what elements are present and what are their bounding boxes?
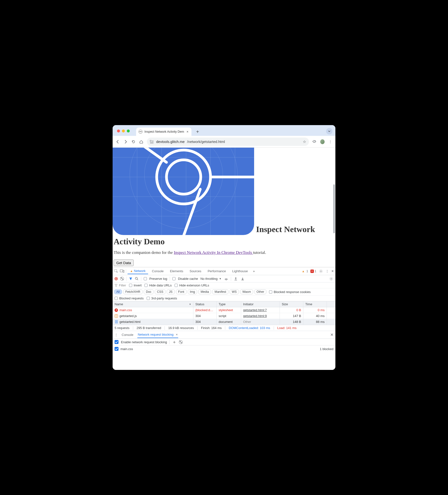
profile-avatar[interactable] [320,139,325,144]
chip-font[interactable]: Font [176,289,187,294]
blocked-pattern-row[interactable]: main.css 1 blocked [113,345,335,352]
stat-transferred: 295 B transferred [136,326,161,330]
col-size[interactable]: Size [280,301,303,307]
close-drawer-button[interactable]: ✕ [330,332,333,337]
panel-tab-sources[interactable]: Sources [187,268,204,274]
chip-media[interactable]: Media [198,289,211,294]
get-data-button[interactable]: Get Data [114,260,134,266]
search-button[interactable] [135,277,138,281]
blocked-cookies-checkbox[interactable] [269,290,272,293]
drawer-tab-request-blocking[interactable]: Network request blocking × [137,331,178,338]
panel-tab-console[interactable]: Console [149,268,166,274]
close-tab-button[interactable]: × [186,130,189,134]
desc-suffix: tutorial. [253,250,266,255]
warning-icon: ▲ [130,269,133,273]
new-tab-button[interactable]: + [194,128,201,135]
hide-extension-urls-checkbox[interactable] [175,284,178,287]
col-status[interactable]: Status [193,301,217,307]
chip-doc[interactable]: Doc [144,289,153,294]
reload-button[interactable] [131,139,136,144]
filter-toggle-button[interactable] [129,277,133,281]
scrollbar-thumb[interactable] [333,184,335,233]
inspect-element-button[interactable] [114,269,119,274]
network-conditions-button[interactable] [224,277,228,281]
throttling-dropdown[interactable]: No throttling▼ [201,277,222,281]
panel-tab-elements[interactable]: Elements [167,268,186,274]
chip-fetchxhr[interactable]: Fetch/XHR [123,289,142,294]
chip-css[interactable]: CSS [155,289,165,294]
browser-tab[interactable]: Inspect Network Activity Dem × [136,127,191,136]
globe-icon [138,130,142,134]
device-toolbar-button[interactable] [120,269,124,274]
network-status-bar: 5 requests 295 B transferred 16.9 kB res… [113,325,335,331]
disable-cache-checkbox[interactable] [172,277,176,280]
chrome-menu-button[interactable]: ⋮ [328,139,332,144]
svg-point-22 [135,277,137,280]
close-devtools-button[interactable]: ✕ [331,269,334,273]
settings-button[interactable] [319,269,323,274]
address-bar[interactable]: devtools.glitch.me/network/getstarted.ht… [147,138,309,146]
site-settings-icon [150,140,154,144]
more-panels-button[interactable]: » [252,269,256,274]
window-controls [117,129,130,132]
errors-badge[interactable]: ✕1 [311,270,316,273]
drawer-menu-button[interactable]: ⋮ [115,333,118,337]
col-type[interactable]: Type [217,301,241,307]
tab-dropdown-button[interactable] [326,128,332,134]
third-party-checkbox[interactable] [147,297,150,300]
chip-all[interactable]: All [114,289,122,294]
chip-manifest[interactable]: Manifest [212,289,228,294]
initiator-link[interactable]: getstarted.html:9 [243,314,267,318]
url-host: devtools.glitch.me [156,140,185,144]
table-row[interactable]: ✕main.css (blocked:de… stylesheet getsta… [113,307,335,313]
warnings-badge[interactable]: ▲1 [302,270,308,273]
browser-toolbar: devtools.glitch.me/network/getstarted.ht… [113,136,335,148]
pattern-checkbox[interactable] [115,347,119,351]
home-button[interactable] [139,139,143,144]
svg-point-24 [226,280,226,281]
chip-wasm[interactable]: Wasm [240,289,253,294]
page-title-part2: Activity Demo [114,237,335,246]
initiator-link[interactable]: getstarted.html:7 [243,308,267,312]
zoom-window-button[interactable] [127,129,130,132]
drawer-tab-console[interactable]: Console [121,332,134,338]
enable-blocking-checkbox[interactable] [115,340,119,344]
filter-input[interactable]: Filter [115,284,126,287]
add-pattern-button[interactable]: ＋ [172,340,176,344]
forward-button[interactable] [123,139,128,144]
devtools-tabbar: ▲Network Console Elements Sources Perfor… [113,267,335,275]
export-har-button[interactable] [233,277,238,281]
remove-all-patterns-button[interactable] [179,340,183,344]
tutorial-link[interactable]: Inspect Network Activity In Chrome DevTo… [174,250,253,255]
drawer-tabbar: ⋮ Console Network request blocking × ✕ [113,331,335,339]
extensions-button[interactable] [312,139,317,144]
panel-tab-performance[interactable]: Performance [205,268,228,274]
blocked-requests-checkbox[interactable] [115,297,118,300]
chip-js[interactable]: JS [167,289,175,294]
panel-tab-network[interactable]: ▲Network [128,268,148,274]
blocked-requests-label: Blocked requests [119,296,144,300]
col-time[interactable]: Time [303,301,327,307]
tab-title: Inspect Network Activity Dem [144,130,184,133]
chip-other[interactable]: Other [254,289,266,294]
chip-img[interactable]: Img [188,289,197,294]
table-row[interactable]: ⟨⟩getstarted.js 304 script getstarted.ht… [113,313,335,319]
minimize-window-button[interactable] [122,129,125,132]
record-button[interactable] [115,277,118,280]
preserve-log-checkbox[interactable] [144,277,147,280]
table-row[interactable]: getstarted.html 304 document Other 148 B… [113,319,335,325]
import-har-button[interactable] [240,277,245,281]
hide-data-urls-checkbox[interactable] [144,284,148,287]
clear-log-button[interactable] [120,277,124,281]
preserve-log-label: Preserve log [149,277,167,281]
col-name[interactable]: Name▼ [113,301,193,307]
chip-ws[interactable]: WS [230,289,239,294]
col-initiator[interactable]: Initiator [241,301,280,307]
invert-checkbox[interactable] [129,284,132,287]
network-settings-button[interactable] [329,277,333,281]
devtools-menu-button[interactable]: ⋮ [326,269,329,273]
panel-tab-lighthouse[interactable]: Lighthouse [230,268,250,274]
back-button[interactable] [116,139,120,144]
bookmark-button[interactable]: ☆ [303,140,306,144]
close-window-button[interactable] [117,129,120,132]
